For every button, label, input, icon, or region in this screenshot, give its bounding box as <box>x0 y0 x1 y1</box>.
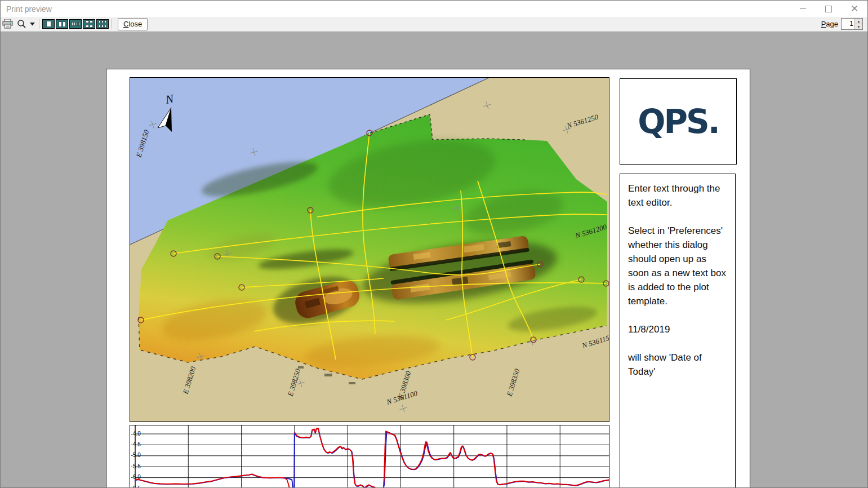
page-spin-buttons: ▲ ▼ <box>854 19 862 29</box>
window-title: Print preview <box>6 5 52 14</box>
text-box: Enter text through the text editor.Selec… <box>620 174 736 488</box>
preview-two-pages-icon <box>56 19 68 29</box>
preview-page-row-button[interactable] <box>69 19 82 30</box>
text-box-paragraph: Enter text through the text editor. <box>628 181 727 210</box>
minimize-button[interactable] <box>790 1 816 17</box>
maximize-button[interactable] <box>816 1 842 17</box>
close-button[interactable]: Close <box>118 18 148 30</box>
svg-text:-4.5: -4.5 <box>131 441 141 447</box>
svg-text:-4.0: -4.0 <box>131 431 141 437</box>
zoom-dropdown-arrow <box>30 23 35 26</box>
svg-text:-5.5: -5.5 <box>131 463 141 469</box>
text-box-paragraph: 11/8/2019 <box>628 322 727 336</box>
caption-buttons: ✕ <box>790 1 867 17</box>
text-box-paragraph: Select in 'Preferences' whether this dia… <box>628 224 727 308</box>
preview-nine-pages-icon <box>96 19 109 29</box>
zoom-button[interactable] <box>15 18 28 30</box>
text-box-paragraph: will show 'Date of Today' <box>628 351 727 379</box>
preview-nine-pages-button[interactable] <box>96 19 109 30</box>
logo-box: QPS. <box>620 78 737 165</box>
maximize-icon <box>825 6 832 12</box>
depth-profile-chart: 25 MP50 MP75 MP100 MP125 MP150 MP175 MP2… <box>130 425 609 488</box>
close-icon: ✕ <box>851 4 858 14</box>
page-number-value[interactable]: 1 <box>842 19 854 29</box>
page-down-button[interactable]: ▼ <box>855 24 862 29</box>
close-window-button[interactable]: ✕ <box>842 1 867 17</box>
preview-four-pages-icon <box>83 19 95 29</box>
map-view: E 398150N 5361250N 5361200N 5361150N 536… <box>130 77 609 422</box>
svg-text:-6.5: -6.5 <box>131 485 141 488</box>
page-spinner[interactable]: 1 ▲ ▼ <box>841 18 863 30</box>
zoom-icon <box>17 19 26 29</box>
toolbar-separator <box>39 19 39 29</box>
print-preview-window: Print preview ✕ <box>0 0 868 488</box>
print-button[interactable] <box>1 18 15 30</box>
page-control: Page 1 ▲ ▼ <box>821 18 863 30</box>
toolbar-separator <box>112 19 112 29</box>
preview-page-row-icon <box>69 19 82 29</box>
preview-one-page-icon <box>42 19 55 29</box>
preview-two-pages-button[interactable] <box>55 19 69 30</box>
preview-area: E 398150N 5361250N 5361200N 5361150N 536… <box>1 32 867 487</box>
svg-text:-5.0: -5.0 <box>131 452 141 458</box>
qps-logo: QPS. <box>638 103 719 141</box>
preview-one-page-button[interactable] <box>42 19 55 30</box>
page-up-button[interactable]: ▲ <box>855 19 862 24</box>
page-label: Page <box>821 20 838 28</box>
zoom-dropdown-button[interactable] <box>28 18 37 30</box>
titlebar: Print preview ✕ <box>1 1 867 17</box>
minimize-icon <box>800 8 806 9</box>
printer-icon <box>2 19 14 29</box>
print-page: E 398150N 5361250N 5361200N 5361150N 536… <box>106 69 750 488</box>
toolbar: Close Page 1 ▲ ▼ <box>1 17 867 32</box>
preview-four-pages-button[interactable] <box>82 19 96 30</box>
